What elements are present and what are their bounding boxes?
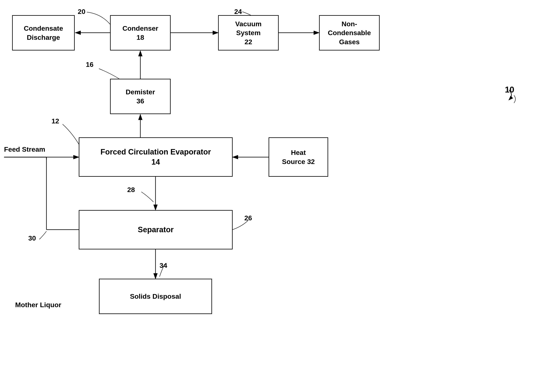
forced-circulation-label: Forced Circulation Evaporator14	[101, 147, 211, 167]
mother-liquor-label: Mother Liquor	[15, 301, 61, 309]
condenser-box: Condenser18	[110, 15, 171, 51]
heat-source-label: HeatSource 32	[282, 148, 315, 166]
ref-30: 30	[28, 234, 36, 242]
non-condensable-box: Non-CondensableGases	[319, 15, 380, 51]
demister-box: Demister36	[110, 79, 171, 114]
ref-34: 34	[160, 261, 167, 269]
ref-28: 28	[127, 186, 135, 194]
ref-24: 24	[234, 8, 242, 16]
condensate-discharge-label: Condensate Discharge	[13, 24, 74, 42]
ref-16: 16	[86, 61, 94, 68]
heat-source-box: HeatSource 32	[269, 137, 328, 177]
condensate-discharge-box: Condensate Discharge	[12, 15, 75, 51]
condenser-label: Condenser18	[122, 24, 158, 42]
vacuum-system-box: VacuumSystem22	[218, 15, 279, 51]
solids-disposal-box: Solids Disposal	[99, 279, 212, 314]
ref-26: 26	[244, 214, 252, 222]
separator-label: Separator	[138, 225, 173, 235]
ref-10-arrow	[503, 89, 519, 105]
flow-lines	[0, 0, 541, 392]
separator-box: Separator	[79, 210, 233, 249]
feed-stream-label: Feed Stream	[4, 145, 45, 153]
solids-disposal-label: Solids Disposal	[130, 292, 181, 301]
non-condensable-label: Non-CondensableGases	[328, 19, 371, 46]
diagram: Condensate Discharge Condenser18 VacuumS…	[0, 0, 541, 392]
forced-circulation-box: Forced Circulation Evaporator14	[79, 137, 233, 177]
ref-20: 20	[78, 8, 85, 16]
demister-label: Demister36	[126, 88, 155, 105]
vacuum-system-label: VacuumSystem22	[235, 19, 261, 46]
ref-12: 12	[52, 117, 59, 125]
